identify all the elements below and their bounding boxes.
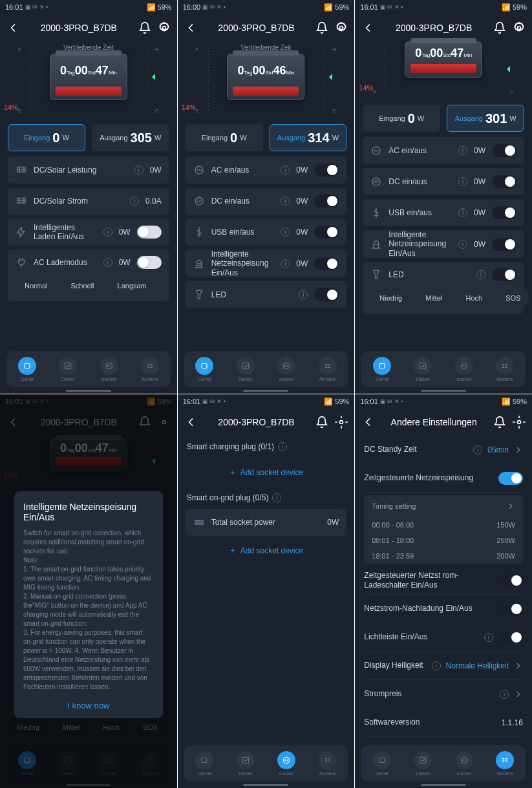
toggle-dc[interactable] bbox=[314, 195, 339, 208]
nav-socket[interactable]: socket bbox=[100, 357, 118, 382]
nav-geraet[interactable]: Gerät bbox=[373, 357, 391, 382]
info-icon[interactable]: i bbox=[272, 493, 281, 502]
modal-ok-button[interactable]: I know now bbox=[23, 701, 154, 710]
info-icon[interactable]: i bbox=[281, 197, 290, 206]
toggle-lichtleiste[interactable] bbox=[498, 631, 523, 644]
info-icon[interactable]: i bbox=[103, 258, 112, 267]
toggle-usb[interactable] bbox=[492, 206, 516, 219]
nav-geraet[interactable]: Gerät bbox=[373, 751, 391, 776]
chip-langsam[interactable]: Langsam bbox=[109, 277, 156, 295]
nav-daten[interactable]: Daten bbox=[414, 751, 432, 776]
flashlight-icon bbox=[370, 269, 382, 281]
back-icon[interactable] bbox=[184, 416, 197, 429]
device-title: 2000-3PRO_B7DB bbox=[26, 23, 132, 33]
svg-point-13 bbox=[284, 363, 290, 368]
gear-icon[interactable] bbox=[513, 21, 526, 34]
row-strompreis[interactable]: Strompreisi bbox=[364, 680, 523, 708]
back-icon[interactable] bbox=[361, 416, 374, 429]
chip-hoch[interactable]: Hoch bbox=[456, 289, 491, 307]
tab-ausgang[interactable]: Ausgang301W bbox=[447, 105, 524, 132]
toggle-led[interactable] bbox=[492, 268, 516, 281]
nav-geraet[interactable]: Gerät bbox=[18, 357, 36, 382]
toggle-intell-netz[interactable] bbox=[492, 238, 516, 251]
info-icon[interactable]: i bbox=[103, 228, 112, 237]
chip-mittel[interactable]: Mittel bbox=[416, 289, 451, 307]
row-intelligent-charging: Intelligentes Laden Ein/Ausi0W bbox=[8, 218, 169, 246]
nav-andere[interactable]: Andere bbox=[496, 357, 514, 382]
nav-daten[interactable]: Daten bbox=[237, 357, 255, 382]
gear-icon[interactable] bbox=[513, 416, 526, 429]
toggle-intell-netz[interactable] bbox=[314, 257, 339, 270]
plus-icon: ＋ bbox=[229, 545, 237, 556]
nav-socket[interactable]: socket bbox=[277, 751, 295, 776]
tab-ausgang[interactable]: Ausgang314W bbox=[270, 124, 347, 151]
bell-icon[interactable] bbox=[493, 21, 506, 34]
info-icon[interactable]: i bbox=[130, 197, 139, 206]
nav-andere[interactable]: Andere bbox=[319, 751, 337, 776]
nav-socket[interactable]: socket bbox=[277, 357, 295, 382]
tab-eingang[interactable]: Eingang0W bbox=[363, 105, 440, 132]
chip-niedrig[interactable]: Niedrig bbox=[370, 289, 411, 307]
nav-geraet[interactable]: Gerät bbox=[195, 751, 213, 776]
info-icon[interactable]: i bbox=[281, 228, 290, 237]
row-timing-setting[interactable]: Timing setting bbox=[364, 495, 523, 517]
nav-socket[interactable]: socket bbox=[455, 751, 473, 776]
svg-rect-3 bbox=[25, 363, 30, 368]
row-dc-standby[interactable]: DC Standy Zeiti05min bbox=[364, 436, 523, 464]
back-icon[interactable] bbox=[184, 21, 197, 34]
svg-point-16 bbox=[517, 27, 520, 30]
info-icon[interactable]: i bbox=[281, 259, 290, 268]
toggle-netzst[interactable] bbox=[498, 574, 523, 587]
back-icon[interactable] bbox=[361, 21, 374, 34]
info-icon[interactable]: i bbox=[432, 661, 441, 670]
toggle-usb[interactable] bbox=[314, 226, 339, 239]
info-icon[interactable]: i bbox=[278, 442, 287, 451]
info-icon[interactable]: i bbox=[299, 290, 308, 299]
gear-icon[interactable] bbox=[158, 21, 171, 34]
toggle-dc[interactable] bbox=[492, 175, 516, 188]
info-icon[interactable]: i bbox=[281, 165, 290, 175]
info-icon[interactable]: i bbox=[458, 240, 467, 249]
row-helligkeit[interactable]: Display HelligkeitiNormale Helligkeit bbox=[364, 652, 523, 680]
info-icon[interactable]: i bbox=[484, 633, 493, 642]
nav-socket[interactable]: socket bbox=[455, 357, 473, 382]
chip-normal[interactable]: Normal bbox=[16, 277, 56, 295]
toggle-intelligent-charging[interactable] bbox=[137, 226, 162, 239]
chip-sos[interactable]: SOS bbox=[496, 289, 529, 307]
tab-eingang[interactable]: Eingang0W bbox=[8, 124, 85, 151]
bell-icon[interactable] bbox=[138, 21, 151, 34]
app-header: 2000-3PRO_B7DB bbox=[0, 14, 177, 41]
nav-geraet[interactable]: Gerät bbox=[195, 357, 213, 382]
bell-icon[interactable] bbox=[315, 416, 328, 429]
info-icon[interactable]: i bbox=[500, 690, 509, 699]
nav-andere[interactable]: Andere bbox=[141, 357, 159, 382]
toggle-nachladung[interactable] bbox=[498, 602, 523, 615]
add-socket-ongrid[interactable]: ＋Add socket device bbox=[178, 536, 355, 565]
toggle-ac-lademodus[interactable] bbox=[137, 256, 162, 269]
info-icon[interactable]: i bbox=[476, 270, 485, 279]
chip-schnell[interactable]: Schnell bbox=[61, 277, 103, 295]
nav-daten[interactable]: Daten bbox=[414, 357, 432, 382]
bell-icon[interactable] bbox=[493, 416, 506, 429]
info-icon[interactable]: i bbox=[458, 208, 467, 217]
nav-andere[interactable]: Andere bbox=[319, 357, 337, 382]
info-icon[interactable]: i bbox=[458, 146, 467, 155]
toggle-led[interactable] bbox=[314, 288, 339, 301]
back-icon[interactable] bbox=[6, 21, 19, 34]
tab-ausgang[interactable]: Ausgang305W bbox=[92, 124, 169, 151]
toggle-ac[interactable] bbox=[492, 144, 516, 157]
tab-eingang[interactable]: Eingang0W bbox=[186, 124, 263, 151]
info-icon[interactable]: i bbox=[134, 165, 144, 175]
bell-icon[interactable] bbox=[315, 21, 328, 34]
info-icon[interactable]: i bbox=[473, 445, 482, 454]
section-ongrid-plug: Smart on-grid plug (0/5)i bbox=[178, 487, 355, 509]
nav-daten[interactable]: Daten bbox=[237, 751, 255, 776]
add-socket-charging[interactable]: ＋Add socket device bbox=[178, 458, 355, 487]
toggle-ac[interactable] bbox=[314, 164, 339, 176]
info-icon[interactable]: i bbox=[458, 177, 467, 186]
nav-daten[interactable]: Daten bbox=[59, 357, 77, 382]
toggle-zeitgest[interactable] bbox=[498, 472, 523, 485]
gear-icon[interactable] bbox=[335, 416, 348, 429]
gear-icon[interactable] bbox=[335, 21, 348, 34]
nav-andere[interactable]: Andere bbox=[496, 751, 514, 776]
